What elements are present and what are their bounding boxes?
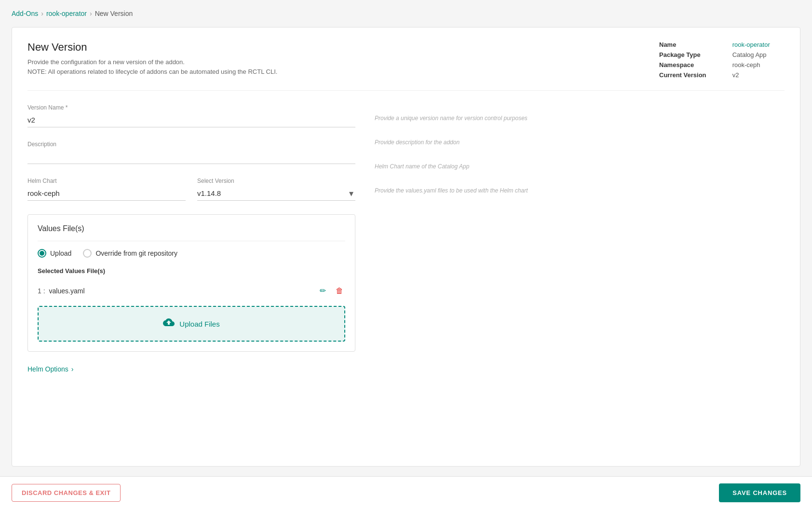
helm-row: Helm Chart Select Version v1.14.8 v1.14.… [27,178,355,201]
values-divider [38,241,345,241]
hint-version-name: Provide a unique version name for versio… [375,114,785,123]
main-card: New Version Provide the configuration fo… [12,27,800,467]
meta-package-label: Package Type [659,51,721,58]
version-name-group: Version Name * [27,104,355,127]
card-header: New Version Provide the configuration fo… [27,41,785,91]
meta-name-value: rook-operator [732,41,785,48]
upload-option-label: Upload [50,249,71,257]
breadcrumb-current: New Version [95,10,133,17]
radio-git[interactable] [83,249,92,258]
helm-chart-input[interactable] [27,186,186,201]
meta-namespace-value: rook-ceph [732,61,785,69]
select-version-group: Select Version v1.14.8 v1.14.7 v1.14.6 v… [197,178,355,201]
description-label: Description [27,141,355,148]
breadcrumb-addons[interactable]: Add-Ons [12,10,38,17]
hint-helm-chart: Helm Chart name of the Catalog App [375,162,785,171]
meta-version-label: Current Version [659,71,721,79]
file-index: 1 : [38,287,45,295]
file-name: values.yaml [49,287,85,295]
upload-area[interactable]: Upload Files [38,306,345,342]
meta-name-label: Name [659,41,721,48]
breadcrumb: Add-Ons › rook-operator › New Version [12,10,800,17]
form-section: Version Name * Description Helm Chart Se… [27,104,785,377]
file-row-left: 1 : values.yaml [38,287,85,295]
upload-button-label: Upload Files [179,320,219,328]
radio-upload[interactable] [38,249,46,258]
git-option-label: Override from git repository [95,249,177,257]
radio-git-option[interactable]: Override from git repository [83,249,177,258]
breadcrumb-sep-2: › [90,10,92,17]
helm-options-label: Helm Options [27,365,68,373]
radio-upload-option[interactable]: Upload [38,249,71,258]
meta-package-value: Catalog App [732,51,785,58]
file-actions: ✏ 🗑 [318,284,345,297]
page-title: New Version [27,41,277,54]
radio-group: Upload Override from git repository [38,249,345,258]
select-version-label: Select Version [197,178,355,184]
form-left: Version Name * Description Helm Chart Se… [27,104,355,377]
page-description-1: Provide the configuration for a new vers… [27,57,277,67]
meta-namespace-label: Namespace [659,61,721,69]
description-group: Description [27,141,355,164]
hint-description: Provide description for the addon [375,138,785,147]
page-description-2: NOTE: All operations related to lifecycl… [27,67,277,77]
upload-cloud-icon [163,316,175,331]
meta-version-value: v2 [732,71,785,79]
description-input[interactable] [27,150,355,164]
breadcrumb-sep-1: › [41,10,43,17]
discard-button[interactable]: DISCARD CHANGES & EXIT [12,484,121,502]
card-title-section: New Version Provide the configuration fo… [27,41,277,76]
trash-icon: 🗑 [336,287,343,295]
helm-chart-group: Helm Chart [27,178,186,201]
form-right: Provide a unique version name for versio… [375,104,785,377]
select-version-dropdown[interactable]: v1.14.8 v1.14.7 v1.14.6 v1.13.0 [197,186,355,201]
edit-file-button[interactable]: ✏ [318,284,328,297]
save-button[interactable]: SAVE CHANGES [719,483,800,502]
selected-files-label: Selected Values File(s) [38,267,345,275]
edit-icon: ✏ [320,286,326,295]
table-row: 1 : values.yaml ✏ 🗑 [38,281,345,300]
values-title: Values File(s) [38,224,345,233]
chevron-right-icon: › [71,365,74,373]
values-section: Values File(s) Upload Override from git … [27,214,355,352]
breadcrumb-operator[interactable]: rook-operator [46,10,87,17]
delete-file-button[interactable]: 🗑 [334,285,345,297]
helm-chart-label: Helm Chart [27,178,186,184]
helm-options[interactable]: Helm Options › [27,361,355,377]
card-meta: Name rook-operator Package Type Catalog … [659,41,785,79]
hint-values-files: Provide the values.yaml files to be used… [375,186,785,195]
bottom-bar: DISCARD CHANGES & EXIT SAVE CHANGES [0,476,812,509]
select-version-wrapper: v1.14.8 v1.14.7 v1.14.6 v1.13.0 ▾ [197,186,355,201]
version-name-label: Version Name * [27,104,355,111]
version-name-input[interactable] [27,113,355,127]
